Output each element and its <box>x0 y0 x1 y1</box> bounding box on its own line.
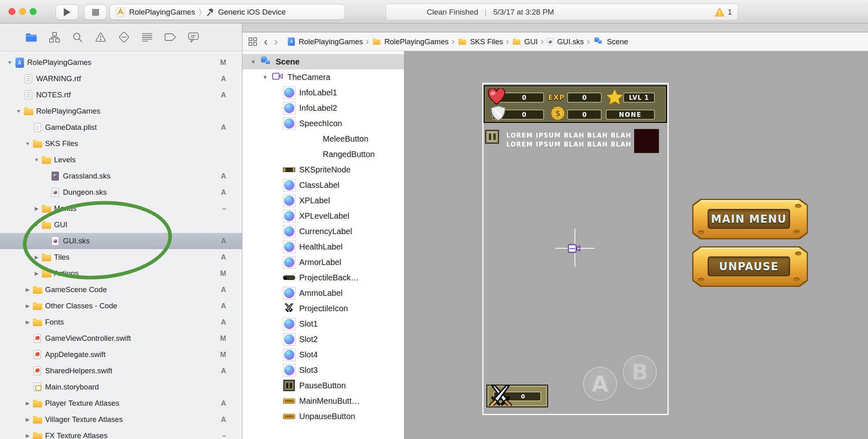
disclosure-triangle[interactable]: ▶ <box>32 254 41 260</box>
pause-button-sprite[interactable] <box>485 130 499 144</box>
scheme-selector[interactable]: RolePlayingGames 〉 Generic iOS Device <box>110 4 345 20</box>
scene-node-row[interactable]: ▼Scene <box>242 54 404 69</box>
minimize-button[interactable] <box>19 8 26 15</box>
scene-node-row[interactable]: RangedButton <box>242 146 404 162</box>
nav-tab-reports[interactable] <box>141 31 153 43</box>
zoom-button[interactable] <box>30 8 37 15</box>
breadcrumb-item[interactable]: Scene <box>593 36 628 47</box>
scene-node-row[interactable]: InfoLabel2 <box>242 100 404 116</box>
gamepad-b-button[interactable]: B <box>623 355 657 389</box>
nav-tab-symbols[interactable] <box>48 31 60 43</box>
scene-node-row[interactable]: ProjectileIcon <box>242 301 404 316</box>
run-button[interactable] <box>56 4 78 20</box>
warning-counter[interactable]: 1 <box>715 7 738 17</box>
file-row[interactable]: ▼RolePlayingGames <box>0 103 242 119</box>
breadcrumb-item[interactable]: GUI <box>512 37 538 46</box>
scene-node-row[interactable]: PauseButton <box>242 378 404 393</box>
nav-tab-issues[interactable] <box>95 31 107 43</box>
nav-tab-breakpoints[interactable] <box>118 31 130 43</box>
scene-node-row[interactable]: ▼TheCamera <box>242 69 404 85</box>
nav-tab-find[interactable] <box>71 31 84 43</box>
file-row[interactable]: Dungeon.sksA <box>0 184 242 200</box>
disclosure-triangle[interactable]: ▶ <box>23 303 32 309</box>
nav-tab-comments[interactable] <box>187 31 199 43</box>
scene-node-row[interactable]: MeleeButton <box>242 131 404 146</box>
file-row[interactable]: ▶Other Classes - CodeA <box>0 298 242 314</box>
file-row[interactable]: ▼SKS Files <box>0 136 242 152</box>
file-row[interactable]: GameData.plistA <box>0 119 242 136</box>
file-row[interactable]: ▶Menus– <box>0 200 242 217</box>
scene-node-row[interactable]: ArmorLabel <box>242 254 404 270</box>
scene-node-row[interactable]: XPLevelLabel <box>242 208 404 224</box>
disclosure-triangle[interactable]: ▼ <box>260 74 270 80</box>
forward-button[interactable]: › <box>274 38 278 46</box>
breadcrumb-item[interactable]: ARolePlayingGames <box>287 37 363 47</box>
file-row[interactable]: Grassland.sksA <box>0 168 242 184</box>
file-row[interactable]: AppDelegate.swiftM <box>0 346 242 363</box>
main-menu-button-sprite[interactable]: MAIN MENU <box>692 199 808 239</box>
file-row[interactable]: ▶Villager Texture AtlasesA <box>0 411 242 428</box>
file-row[interactable]: ▶FX Texture Atlases– <box>0 428 242 439</box>
scene-node-row[interactable]: Slot2 <box>242 331 404 347</box>
breadcrumb-item[interactable]: SKS Files <box>458 37 503 46</box>
disclosure-triangle[interactable]: ▶ <box>32 271 41 276</box>
gamepad-a-button[interactable]: A <box>583 367 617 401</box>
disclosure-triangle[interactable]: ▼ <box>32 222 41 228</box>
breadcrumb-item[interactable]: RolePlayingGames <box>372 37 449 46</box>
file-row[interactable]: ▶GameScene CodeA <box>0 282 242 298</box>
scene-node-row[interactable]: SpeechIcon <box>242 116 404 131</box>
disclosure-triangle[interactable]: ▶ <box>23 433 32 439</box>
file-row[interactable]: ▶ActionsM <box>0 265 242 282</box>
camera-position-icon[interactable] <box>567 243 581 256</box>
file-row[interactable]: GUI.sksA <box>0 233 242 249</box>
scene-node-row[interactable]: AmmoLabel <box>242 285 404 301</box>
nav-tab-project[interactable] <box>25 31 37 43</box>
file-row[interactable]: WARNING.rtfA <box>0 71 242 87</box>
speech-text-sprite[interactable]: LOREM IPSUM BLAH BLAH BLAH LOREM IPSUM B… <box>506 131 636 149</box>
disclosure-triangle[interactable]: ▶ <box>23 417 32 422</box>
breadcrumb-item[interactable]: GUI.sks <box>546 37 584 46</box>
scene-node-row[interactable]: Slot3 <box>242 362 404 378</box>
file-row[interactable]: SharedHelpers.swiftA <box>0 363 242 379</box>
speech-icon-sprite[interactable] <box>634 129 659 153</box>
disclosure-triangle[interactable]: ▶ <box>23 400 32 406</box>
scene-node-row[interactable]: MainMenuButt… <box>242 393 404 409</box>
stop-button[interactable] <box>84 4 107 20</box>
disclosure-triangle[interactable]: ▶ <box>23 319 32 325</box>
file-row[interactable]: ▼GUI <box>0 217 242 233</box>
scene-node-row[interactable]: InfoLabel1 <box>242 85 404 100</box>
disclosure-triangle[interactable]: ▼ <box>5 60 14 65</box>
file-row[interactable]: ▶FontsA <box>0 314 242 330</box>
scene-node-row[interactable]: Slot4 <box>242 347 404 362</box>
scene-node-row[interactable]: UnpauseButton <box>242 409 404 424</box>
disclosure-triangle[interactable]: ▶ <box>32 206 41 211</box>
disclosure-triangle[interactable]: ▼ <box>23 141 32 146</box>
hud-sprite[interactable]: 0 0 LVL 1 0 0 NONE EXP <box>484 85 667 123</box>
disclosure-triangle[interactable]: ▶ <box>23 287 32 293</box>
file-row[interactable]: NOTES.rtfA <box>0 87 242 103</box>
scene-node-row[interactable]: XPLabel <box>242 193 404 208</box>
scene-node-row[interactable]: SKSpriteNode <box>242 162 404 177</box>
disclosure-triangle[interactable]: ▼ <box>32 157 41 163</box>
scene-node-row[interactable]: CurrencyLabel <box>242 224 404 239</box>
file-row[interactable]: ▼ARolePlayingGamesM <box>0 54 242 71</box>
related-items-icon[interactable] <box>248 37 257 46</box>
scene-node-row[interactable]: ProjectileBack… <box>242 270 404 285</box>
file-row[interactable]: ▼Levels <box>0 152 242 168</box>
file-row[interactable]: ▶Player Texture AtlasesA <box>0 395 242 411</box>
disclosure-triangle[interactable]: ▼ <box>248 59 259 65</box>
panel-divider[interactable] <box>242 24 242 439</box>
file-row[interactable]: GameViewController.swiftM <box>0 330 242 346</box>
nav-tab-tags[interactable] <box>164 31 176 43</box>
scene-node-row[interactable]: Slot1 <box>242 316 404 331</box>
scene-node-row[interactable]: HealthLabel <box>242 239 404 254</box>
back-button[interactable]: ‹ <box>264 38 268 46</box>
file-row[interactable]: ▶TilesA <box>0 249 242 265</box>
file-row[interactable]: Main.storyboard <box>0 379 242 395</box>
close-button[interactable] <box>9 8 15 15</box>
scheme-destination[interactable]: Generic iOS Device <box>218 8 286 17</box>
scene-node-row[interactable]: ClassLabel <box>242 177 404 193</box>
scheme-project[interactable]: RolePlayingGames <box>129 8 195 17</box>
unpause-button-sprite[interactable]: UNPAUSE <box>692 246 808 287</box>
disclosure-triangle[interactable]: ▼ <box>14 108 23 114</box>
